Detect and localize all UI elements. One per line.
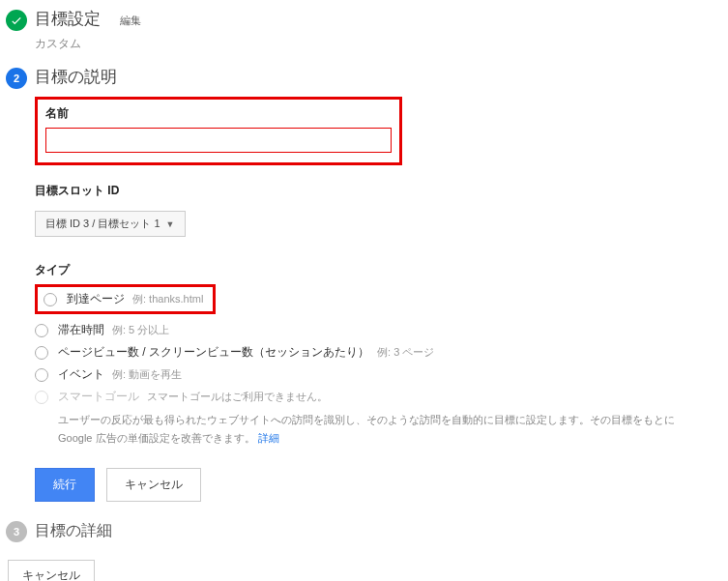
continue-button[interactable]: 続行: [35, 468, 95, 502]
step-3-title: 目標の詳細: [35, 522, 112, 538]
type-destination-example: 例: thanks.html: [132, 292, 203, 306]
type-smart-example: スマートゴールはご利用できません。: [147, 390, 328, 404]
type-event-example: 例: 動画を再生: [112, 367, 182, 382]
radio-duration[interactable]: [35, 324, 48, 337]
type-label: タイプ: [35, 262, 728, 278]
name-input[interactable]: [45, 128, 392, 153]
radio-smart: [35, 391, 48, 404]
smart-goal-description: ユーザーの反応が最も得られたウェブサイトへの訪問を識別し、そのような訪問を自動的…: [58, 411, 696, 447]
step-3-header: 3 目標の詳細: [6, 519, 728, 542]
type-destination-label: 到達ページ: [67, 291, 125, 307]
type-pageviews-example: 例: 3 ページ: [377, 345, 434, 360]
type-pageviews-label: ページビュー数 / スクリーンビュー数（セッションあたり）: [58, 344, 369, 361]
step-2-number-icon: 2: [6, 68, 27, 89]
type-smart-label: スマートゴール: [58, 389, 139, 405]
caret-down-icon: ▼: [166, 219, 175, 229]
step-3-number-icon: 3: [6, 521, 27, 542]
smart-desc-text: ユーザーの反応が最も得られたウェブサイトへの訪問を識別し、そのような訪問を自動的…: [58, 414, 675, 444]
smart-goal-details-link[interactable]: 詳細: [258, 432, 279, 444]
type-destination-highlight: 到達ページ 例: thanks.html: [35, 284, 216, 314]
step-cancel-button[interactable]: キャンセル: [106, 468, 201, 502]
slot-id-value: 目標 ID 3 / 目標セット 1: [45, 217, 160, 231]
step-2-header: 2 目標の説明: [6, 66, 728, 89]
step-2-form: 名前 目標スロット ID 目標 ID 3 / 目標セット 1 ▼ タイプ 到達ペ…: [35, 97, 728, 502]
bottom-cancel-button[interactable]: キャンセル: [8, 560, 95, 581]
check-icon: [6, 10, 27, 31]
step-1-edit-link[interactable]: 編集: [120, 14, 141, 28]
step-1-header: 目標設定 編集 カスタム: [6, 8, 728, 62]
type-duration-label: 滞在時間: [58, 322, 104, 338]
name-label: 名前: [45, 105, 392, 122]
radio-destination[interactable]: [44, 293, 57, 306]
radio-pageviews[interactable]: [35, 346, 48, 360]
step-1-subtitle: カスタム: [35, 36, 728, 52]
radio-event[interactable]: [35, 368, 48, 382]
type-duration-example: 例: 5 分以上: [112, 323, 169, 337]
step-2-title: 目標の説明: [35, 66, 728, 88]
slot-id-label: 目標スロット ID: [35, 183, 728, 199]
type-event-label: イベント: [58, 366, 104, 383]
slot-id-dropdown[interactable]: 目標 ID 3 / 目標セット 1 ▼: [35, 211, 186, 237]
step-1-title: 目標設定: [35, 8, 101, 30]
name-highlight-box: 名前: [35, 97, 402, 165]
